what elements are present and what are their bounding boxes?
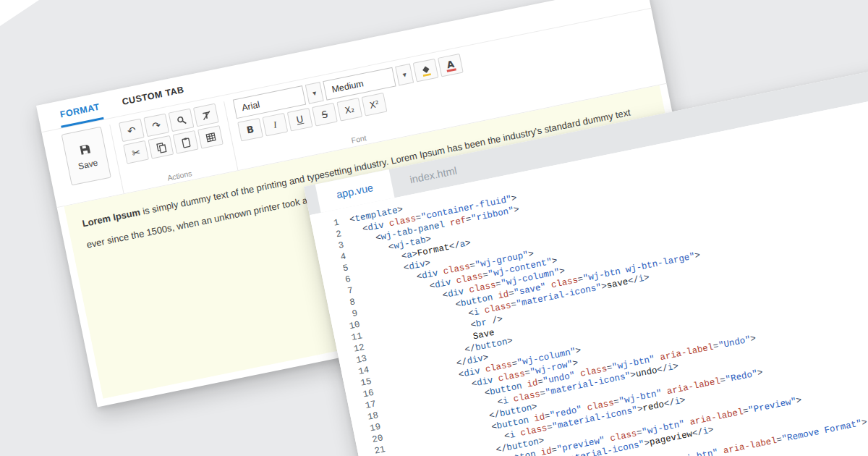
subscript-button[interactable]: X₂: [336, 98, 362, 122]
grid-button[interactable]: [197, 125, 224, 149]
redo-button[interactable]: ↷: [143, 114, 169, 138]
redo-icon: ↷: [151, 119, 162, 132]
background-card-corner: [0, 0, 39, 26]
strikethrough-icon: S: [320, 109, 328, 120]
remove-format-button[interactable]: [193, 104, 219, 127]
paste-icon: [179, 135, 192, 149]
highlight-color-icon: [419, 64, 433, 77]
save-button[interactable]: Save: [61, 127, 111, 186]
italic-button[interactable]: I: [262, 113, 288, 137]
page-background: FORMAT CUSTOM TAB Save: [0, 0, 868, 456]
font-family-value: Arial: [241, 99, 260, 113]
undo-icon: ↶: [127, 124, 137, 137]
underline-icon: U: [295, 114, 304, 126]
save-button-label: Save: [77, 157, 99, 171]
font-family-dropdown-button[interactable]: ▾: [305, 82, 324, 104]
bold-button[interactable]: B: [237, 118, 263, 142]
cut-icon: ✂: [131, 145, 142, 159]
preview-button[interactable]: [169, 109, 195, 132]
font-color-button[interactable]: A: [438, 54, 464, 77]
tab-index-html-label: index.html: [409, 165, 458, 186]
copy-button[interactable]: [148, 135, 174, 159]
underline-button[interactable]: U: [287, 108, 313, 132]
italic-icon: I: [273, 119, 278, 131]
tab-format-label: FORMAT: [59, 102, 101, 120]
bold-icon: B: [246, 124, 255, 136]
font-color-icon: A: [445, 59, 456, 72]
superscript-icon: X²: [369, 98, 380, 110]
tab-app-vue-label: app.vue: [336, 182, 375, 200]
chevron-down-icon: ▾: [402, 70, 407, 79]
copy-icon: [154, 140, 168, 154]
font-size-dropdown-button[interactable]: ▾: [395, 64, 414, 86]
cut-button[interactable]: ✂: [123, 140, 149, 164]
chevron-down-icon: ▾: [312, 89, 317, 98]
font-size-value: Medium: [331, 78, 364, 95]
format-clear-icon: [199, 109, 213, 122]
undo-button[interactable]: ↶: [119, 119, 145, 143]
save-icon: [77, 142, 93, 157]
subscript-icon: X₂: [344, 104, 355, 115]
highlight-color-button[interactable]: [413, 59, 439, 83]
grid-icon: [204, 130, 218, 144]
tab-custom-tab-label: CUSTOM TAB: [122, 85, 185, 107]
strikethrough-button[interactable]: S: [312, 103, 338, 127]
preview-icon: [174, 113, 188, 127]
superscript-button[interactable]: X²: [362, 93, 388, 117]
paste-button[interactable]: [173, 130, 199, 154]
